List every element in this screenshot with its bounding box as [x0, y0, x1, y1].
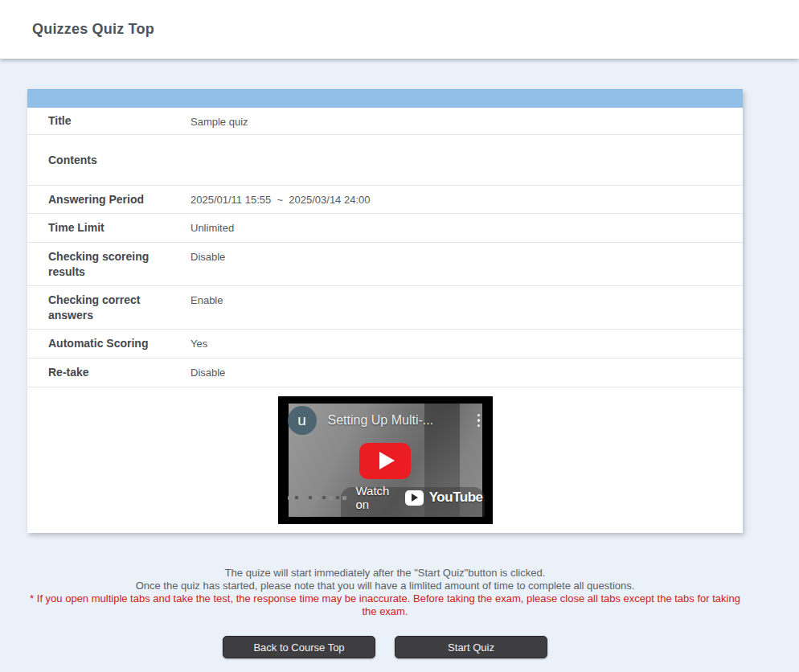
row-label: Title	[27, 108, 191, 134]
table-row-checking-correct-answers: Checking correct answers Enable	[27, 286, 743, 330]
table-row-checking-scoring-results: Checking scoreing results Disable	[27, 243, 743, 286]
notice-line-2: Once the quiz has started, please note t…	[27, 580, 743, 592]
row-value	[191, 135, 743, 185]
back-to-course-top-button[interactable]: Back to Course Top	[223, 636, 375, 658]
kebab-menu-icon[interactable]	[473, 412, 485, 429]
video-bottom-bar: Watch on YouTube	[288, 484, 483, 511]
row-value: 2025/01/11 15:55 ~ 2025/03/14 24:00	[191, 186, 743, 213]
youtube-player[interactable]: u Setting Up Multi-... Watch on YouTube	[278, 396, 493, 524]
film-strip-dots	[288, 496, 346, 500]
play-button-icon[interactable]	[359, 443, 411, 479]
row-label: Checking scoreing results	[27, 243, 191, 285]
row-value: Yes	[191, 330, 743, 358]
row-label: Time Limit	[27, 214, 191, 242]
page-header: Quizzes Quiz Top	[0, 0, 799, 59]
main-content: Title Sample quiz Contents Answering Per…	[0, 89, 799, 658]
table-row-contents: Contents	[27, 135, 743, 186]
row-label: Checking correct answers	[27, 286, 191, 329]
video-row: u Setting Up Multi-... Watch on YouTube	[27, 387, 743, 533]
row-value: Disable	[191, 243, 743, 285]
row-value: Enable	[191, 286, 743, 329]
table-row-title: Title Sample quiz	[27, 108, 743, 135]
watch-on-youtube-link[interactable]: Watch on YouTube	[356, 484, 483, 511]
row-value: Disable	[191, 359, 743, 387]
notice-warning: * If you open multiple tabs and take the…	[27, 592, 743, 618]
row-value: Sample quiz	[191, 108, 743, 134]
row-label: Contents	[27, 135, 191, 185]
row-label: Automatic Scoring	[27, 330, 191, 358]
row-value: Unlimited	[191, 214, 743, 242]
start-quiz-button[interactable]: Start Quiz	[395, 636, 547, 658]
quiz-info-card: Title Sample quiz Contents Answering Per…	[27, 89, 743, 533]
table-row-automatic-scoring: Automatic Scoring Yes	[27, 330, 743, 359]
watch-on-label: Watch on	[356, 484, 400, 511]
video-title[interactable]: Setting Up Multi-...	[328, 413, 462, 428]
play-triangle-icon	[379, 452, 395, 469]
video-top-bar: u Setting Up Multi-...	[288, 406, 485, 435]
table-row-time-limit: Time Limit Unlimited	[27, 214, 743, 243]
card-accent-bar	[27, 89, 743, 108]
table-row-answering-period: Answering Period 2025/01/11 15:55 ~ 2025…	[27, 186, 743, 214]
row-label: Re-take	[27, 359, 191, 387]
table-row-re-take: Re-take Disable	[27, 359, 743, 387]
youtube-logo-icon	[405, 490, 424, 506]
row-label: Answering Period	[27, 186, 191, 213]
youtube-wordmark: YouTube	[429, 490, 483, 506]
page-title: Quizzes Quiz Top	[32, 21, 154, 38]
notice-line-1: The quize will start immediately after t…	[27, 567, 743, 580]
action-buttons: Back to Course Top Start Quiz	[27, 636, 743, 658]
notices: The quize will start immediately after t…	[27, 567, 743, 618]
channel-avatar[interactable]: u	[288, 406, 317, 435]
